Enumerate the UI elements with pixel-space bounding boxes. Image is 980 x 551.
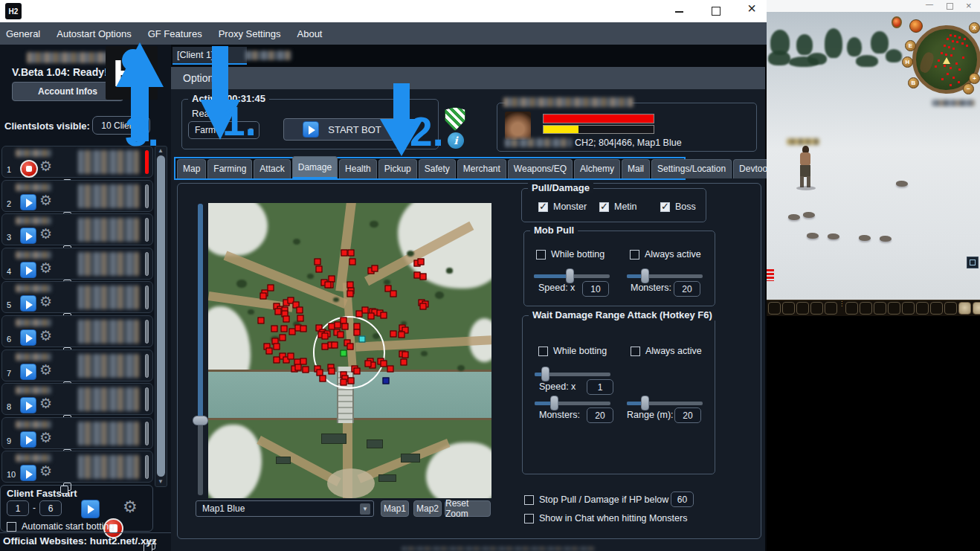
tab-damage[interactable]: Damage bbox=[292, 156, 338, 178]
minimap-b-button[interactable]: B bbox=[908, 77, 919, 88]
stop-pull-checkbox[interactable] bbox=[524, 495, 534, 505]
client-slot-3[interactable]: 3⚙ bbox=[1, 213, 153, 245]
pull-monster-checkbox[interactable] bbox=[538, 202, 548, 212]
show-chat-checkbox[interactable] bbox=[524, 514, 534, 523]
slot-gear-icon[interactable]: ⚙ bbox=[39, 293, 52, 309]
faststart-from-field[interactable]: 1 bbox=[7, 500, 29, 516]
tab-safety[interactable]: Safety bbox=[419, 159, 456, 178]
hotbar-slot-empty[interactable] bbox=[782, 302, 795, 315]
slot-play-button[interactable] bbox=[20, 194, 36, 210]
minimap-h-button[interactable]: H bbox=[902, 57, 913, 68]
wait-range-slider[interactable] bbox=[627, 402, 703, 405]
slot-windows-icon[interactable] bbox=[60, 483, 72, 494]
slot-play-button[interactable] bbox=[20, 465, 36, 481]
map-zoom-slider-handle[interactable] bbox=[193, 416, 208, 425]
game-close-button[interactable]: × bbox=[966, 0, 972, 11]
client-list-scrollbar[interactable]: ▲ ▼ bbox=[155, 146, 167, 487]
slot-gear-icon[interactable]: ⚙ bbox=[39, 225, 52, 242]
wait-while-botting-row[interactable]: While botting bbox=[538, 346, 607, 356]
hotbar-slot-empty[interactable] bbox=[860, 302, 872, 315]
slot-gear-icon[interactable]: ⚙ bbox=[39, 158, 52, 174]
hotbar-slot-empty[interactable] bbox=[768, 302, 781, 315]
wait-monsters-value[interactable]: 20 bbox=[587, 407, 613, 423]
wait-speed-slider[interactable] bbox=[535, 373, 610, 376]
hotbar-slot-empty[interactable] bbox=[874, 302, 886, 315]
stop-pull-row[interactable]: Stop Pull / Damage if HP below % bbox=[524, 494, 680, 505]
hotbar-slot-empty[interactable] bbox=[944, 302, 957, 315]
reset-zoom-button[interactable]: Reset Zoom bbox=[445, 500, 491, 517]
coin-icon[interactable] bbox=[973, 302, 980, 315]
wait-while-botting-checkbox[interactable] bbox=[538, 347, 548, 356]
auto-start-checkbox-row[interactable]: Automatic start botting bbox=[7, 521, 114, 532]
tab-alchemy[interactable]: Alchemy bbox=[574, 159, 620, 178]
mini-window-icon[interactable] bbox=[967, 257, 979, 268]
auto-start-checkbox[interactable] bbox=[7, 522, 16, 532]
tab-health[interactable]: Health bbox=[339, 159, 377, 178]
map2-button[interactable]: Map2 bbox=[413, 500, 442, 517]
slot-play-button[interactable] bbox=[20, 397, 36, 413]
hotbar-slot-empty[interactable] bbox=[930, 302, 943, 315]
faststart-gear-icon[interactable]: ⚙ bbox=[123, 497, 138, 516]
slot-play-button[interactable] bbox=[20, 295, 36, 312]
client-slot-5[interactable]: 5⚙ bbox=[1, 281, 153, 313]
slot-gear-icon[interactable]: ⚙ bbox=[39, 429, 52, 445]
tab-settings-location[interactable]: Settings/Location bbox=[651, 159, 732, 178]
minimap-zoom-out-button[interactable]: − bbox=[963, 83, 974, 94]
show-chat-row[interactable]: Show in Chat when hitting Monsters bbox=[524, 513, 687, 523]
wait-monsters-slider[interactable] bbox=[535, 402, 610, 405]
hotbar-slot-empty[interactable] bbox=[845, 302, 858, 315]
menu-item-autostart-options[interactable]: Autostart Options bbox=[57, 28, 131, 39]
menu-item-general[interactable]: General bbox=[6, 28, 40, 39]
pull-metin-row[interactable]: Metin bbox=[599, 202, 637, 212]
slot-play-button[interactable] bbox=[20, 262, 36, 278]
menu-item-about[interactable]: About bbox=[297, 28, 323, 39]
pull-boss-row[interactable]: Boss bbox=[660, 202, 696, 212]
wait-always-active-row[interactable]: Always active bbox=[631, 346, 702, 356]
wait-speed-value[interactable]: 1 bbox=[587, 379, 613, 395]
tab-farming[interactable]: Farming bbox=[207, 159, 252, 178]
minimap-e-button[interactable]: E bbox=[905, 40, 916, 51]
scroll-down-icon[interactable]: ▼ bbox=[158, 478, 164, 485]
tab-mail[interactable]: Mail bbox=[622, 159, 650, 178]
hotbar-slot-empty[interactable] bbox=[888, 302, 900, 315]
client-slot-9[interactable]: 9⚙ bbox=[1, 417, 153, 449]
slot-play-button[interactable] bbox=[20, 228, 36, 244]
quest-orb-icon[interactable] bbox=[892, 16, 902, 28]
client-slot-4[interactable]: 4⚙ bbox=[1, 248, 153, 280]
slot-stop-button[interactable] bbox=[20, 160, 38, 178]
slot-gear-icon[interactable]: ⚙ bbox=[39, 327, 52, 344]
minimap-close-button[interactable]: X bbox=[969, 22, 980, 33]
mobpull-speed-value[interactable]: 10 bbox=[582, 281, 609, 297]
tab-map[interactable]: Map bbox=[177, 159, 206, 178]
mobpull-monsters-slider[interactable] bbox=[627, 274, 703, 278]
scroll-icon[interactable] bbox=[958, 302, 971, 315]
mobpull-speed-slider[interactable] bbox=[534, 274, 610, 278]
stop-pull-value[interactable]: 60 bbox=[671, 492, 694, 507]
client-slot-10[interactable]: 10⚙ bbox=[1, 451, 153, 483]
map-select-dropdown[interactable]: Map1 Blue ▼ bbox=[196, 500, 374, 517]
slot-play-button[interactable] bbox=[20, 364, 36, 380]
mobpull-while-botting-checkbox[interactable] bbox=[536, 250, 546, 260]
faststart-to-field[interactable]: 6 bbox=[39, 500, 62, 516]
menu-item-proxy-settings[interactable]: Proxy Settings bbox=[219, 28, 281, 39]
scrollbar-thumb[interactable] bbox=[157, 155, 165, 477]
map-zoom-slider[interactable] bbox=[198, 204, 203, 495]
hotbar-slot-empty[interactable] bbox=[916, 302, 929, 315]
mobpull-monsters-value[interactable]: 20 bbox=[674, 281, 700, 297]
wait-range-value[interactable]: 20 bbox=[674, 407, 701, 423]
tab-pickup[interactable]: Pickup bbox=[378, 159, 417, 178]
map1-button[interactable]: Map1 bbox=[381, 500, 409, 517]
hotbar-slot-empty[interactable] bbox=[902, 302, 915, 315]
minimize-button[interactable] bbox=[669, 6, 689, 18]
info-icon[interactable]: i bbox=[448, 132, 464, 149]
farm-map[interactable] bbox=[208, 203, 491, 498]
faststart-play-button[interactable] bbox=[81, 500, 100, 518]
menu-item-gf-features[interactable]: GF Features bbox=[148, 28, 202, 39]
maximize-button[interactable] bbox=[706, 7, 726, 19]
hotbar-slot-empty[interactable] bbox=[825, 302, 837, 315]
tab-weapons-eq[interactable]: Weapons/EQ bbox=[508, 159, 573, 178]
game-maximize-button[interactable] bbox=[947, 3, 953, 10]
slot-gear-icon[interactable]: ⚙ bbox=[39, 395, 52, 411]
minimap-orb-icon[interactable] bbox=[909, 19, 923, 33]
pull-monster-row[interactable]: Monster bbox=[538, 202, 587, 212]
